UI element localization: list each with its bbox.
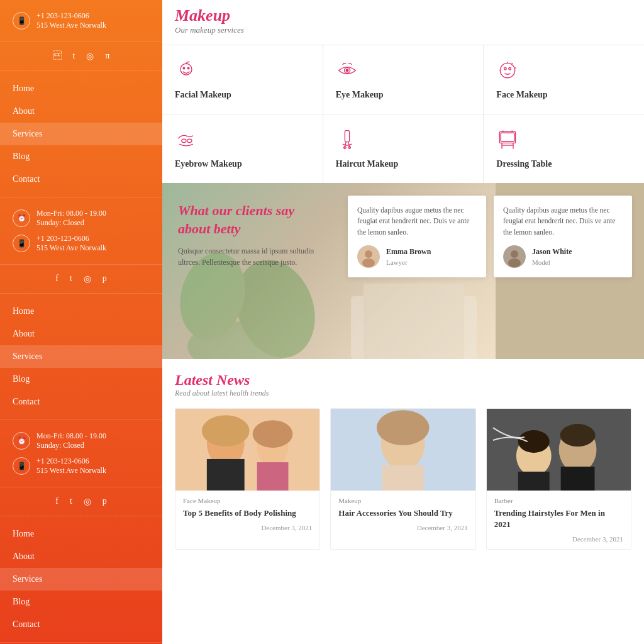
news-subtitle: Read about latest health trends — [175, 389, 631, 398]
haircut-makeup-name: Haircut Makeup — [336, 159, 471, 169]
address-1b: 515 West Ave Norwalk — [36, 243, 106, 253]
svg-point-2 — [187, 67, 189, 69]
news-card-body-2: Makeup Hair Accessories You Should Try D… — [331, 491, 475, 538]
nav-blog-3[interactable]: Blog — [0, 591, 162, 613]
news-headline-3: Trending Hairstyles For Men in 2021 — [494, 508, 623, 530]
eyebrow-makeup-icon — [175, 128, 310, 154]
facebook-icon-3[interactable]: f — [55, 496, 58, 507]
facial-makeup-name: Facial Makeup — [175, 90, 310, 100]
haircut-makeup-icon — [336, 128, 471, 154]
sunday-text-2: Sunday: Closed — [36, 441, 106, 450]
services-grid: Facial Makeup Eye Makeup — [162, 45, 644, 183]
news-card-2[interactable]: Makeup Hair Accessories You Should Try D… — [330, 408, 475, 550]
hours-info-1: ⏰ Mon-Fri: 08.00 - 19.00 Sunday: Closed — [13, 209, 150, 228]
facebook-icon-1[interactable]:  — [53, 51, 62, 62]
person-name-1: Emma Brown — [386, 246, 431, 257]
svg-point-9 — [187, 139, 192, 142]
nav-services-2[interactable]: Services — [0, 345, 162, 368]
testimonial-person-2: Jason White Model — [503, 245, 623, 268]
testimonial-text-1: Quality dapibus augue metus the nec feug… — [357, 205, 477, 238]
instagram-icon-1[interactable]: ◎ — [86, 51, 94, 62]
nav-menu-2: Home About Services Blog Contact — [0, 294, 162, 420]
service-haircut-makeup[interactable]: Haircut Makeup — [323, 114, 484, 183]
pinterest-icon-1[interactable]: π — [105, 51, 109, 62]
instagram-icon-2[interactable]: ◎ — [84, 274, 91, 284]
nav-about-2[interactable]: About — [0, 323, 162, 345]
phone-icon-1: 📱 — [13, 12, 30, 30]
testimonial-person-1: Emma Brown Lawyer — [357, 245, 477, 268]
news-img-3 — [487, 409, 631, 491]
nav-about-3[interactable]: About — [0, 545, 162, 568]
news-card-1[interactable]: Face Makeup Top 5 Benefits of Body Polis… — [175, 408, 320, 550]
phone-icon-2: 📱 — [13, 457, 30, 475]
testimonial-card-2: Quality dapibus augue metus the nec feug… — [494, 196, 632, 277]
service-eyebrow-makeup[interactable]: Eyebrow Makeup — [162, 114, 323, 183]
svg-point-39 — [560, 424, 595, 447]
makeup-title: Makeup — [175, 6, 631, 25]
service-face-makeup[interactable]: Face Makeup — [484, 45, 644, 114]
svg-point-28 — [202, 415, 250, 447]
phone-number-2: +1 203-123-0606 — [36, 457, 106, 466]
svg-point-6 — [504, 68, 507, 70]
makeup-header: Makeup Our makeup services — [162, 0, 644, 45]
twitter-icon-3[interactable]: t — [70, 496, 72, 507]
makeup-subtitle: Our makeup services — [175, 25, 631, 35]
social-bar-1:  t ◎ π — [0, 42, 162, 71]
phone-info-1b: 📱 +1 203-123-0606 515 West Ave Norwalk — [13, 234, 150, 253]
dressing-table-icon — [496, 128, 631, 154]
avatar-emma — [357, 245, 380, 268]
nav-contact-3[interactable]: Contact — [0, 613, 162, 636]
latest-news-section: Latest News Read about latest health tre… — [162, 359, 644, 569]
pinterest-icon-3[interactable]: p — [103, 496, 107, 507]
svg-point-4 — [346, 69, 348, 72]
twitter-icon-2[interactable]: t — [70, 274, 72, 284]
news-grid: Face Makeup Top 5 Benefits of Body Polis… — [175, 408, 631, 550]
news-card-body-1: Face Makeup Top 5 Benefits of Body Polis… — [175, 491, 319, 538]
news-date-1: December 3, 2021 — [183, 524, 312, 531]
news-card-3[interactable]: Barber Trending Hairstyles For Men in 20… — [486, 408, 631, 550]
pinterest-icon-2[interactable]: p — [103, 274, 107, 284]
service-eye-makeup[interactable]: Eye Makeup — [323, 45, 484, 114]
clock-icon-2: ⏰ — [13, 432, 30, 450]
testimonials-heading: What our clients say about betty — [178, 202, 323, 238]
sunday-text-1: Sunday: Closed — [36, 218, 106, 228]
nav-services-3[interactable]: Services — [0, 568, 162, 591]
svg-rect-14 — [501, 133, 515, 142]
address-1: 515 West Ave Norwalk — [36, 21, 106, 30]
person-role-1: Lawyer — [386, 257, 431, 268]
service-facial-makeup[interactable]: Facial Makeup — [162, 45, 323, 114]
nav-about-1[interactable]: About — [0, 100, 162, 123]
service-dressing-table[interactable]: Dressing Table — [484, 114, 644, 183]
svg-point-25 — [508, 258, 521, 267]
testimonial-card-1: Quality dapibus augue metus the nec feug… — [348, 196, 486, 277]
nav-menu-3: Home About Services Blog Contact — [0, 516, 162, 643]
phone-number-1b: +1 203-123-0606 — [36, 234, 106, 243]
testimonials-body: Quisque consectetur massa id ipsum soltu… — [178, 245, 323, 268]
facebook-icon-2[interactable]: f — [55, 274, 58, 284]
svg-point-5 — [501, 63, 515, 77]
nav-contact-1[interactable]: Contact — [0, 168, 162, 191]
svg-point-21 — [365, 250, 372, 258]
person-name-2: Jason White — [532, 246, 572, 257]
news-img-1 — [175, 409, 319, 491]
nav-contact-2[interactable]: Contact — [0, 391, 162, 413]
nav-blog-1[interactable]: Blog — [0, 145, 162, 168]
news-title: Latest News — [175, 372, 631, 389]
svg-rect-10 — [345, 131, 349, 142]
nav-menu-1: Home About Services Blog Contact — [0, 71, 162, 197]
testimonials-left: What our clients say about betty Quisque… — [162, 183, 338, 359]
twitter-icon-1[interactable]: t — [73, 51, 75, 62]
svg-point-35 — [377, 410, 430, 445]
nav-home-1[interactable]: Home — [0, 77, 162, 100]
nav-home-2[interactable]: Home — [0, 300, 162, 323]
svg-rect-29 — [207, 459, 245, 491]
social-bar-3: f t ◎ p — [0, 487, 162, 516]
instagram-icon-3[interactable]: ◎ — [84, 496, 91, 507]
nav-blog-2[interactable]: Blog — [0, 368, 162, 391]
testimonials-section: What our clients say about betty Quisque… — [162, 183, 644, 359]
news-img-2 — [331, 409, 475, 491]
main-content: Makeup Our makeup services Facial Makeup — [162, 0, 644, 644]
nav-home-3[interactable]: Home — [0, 523, 162, 545]
svg-rect-26 — [175, 409, 319, 491]
nav-services-1[interactable]: Services — [0, 123, 162, 145]
